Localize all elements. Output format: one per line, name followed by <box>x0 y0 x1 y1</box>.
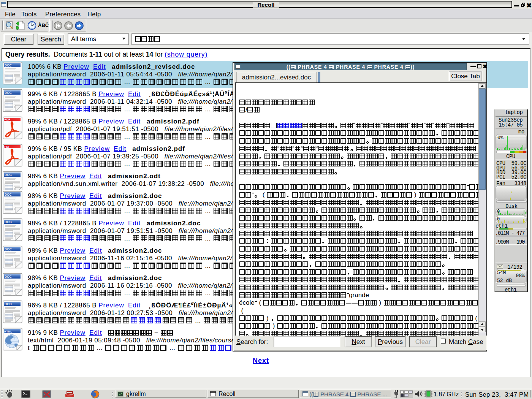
svg-text:PDF: PDF <box>5 145 10 149</box>
svg-text:DOC: DOC <box>5 91 12 95</box>
svg-text:DOC: DOC <box>5 302 12 306</box>
svg-text:DOC: DOC <box>5 220 12 224</box>
svg-text:DOC: DOC <box>5 63 12 67</box>
svg-text:DOC: DOC <box>5 193 12 196</box>
svg-text:DOC: DOC <box>5 173 12 177</box>
svg-text:DOC: DOC <box>5 275 12 279</box>
svg-text:HTML: HTML <box>4 330 12 333</box>
svg-text:PDF: PDF <box>5 118 10 121</box>
svg-text:DOC: DOC <box>5 247 12 251</box>
